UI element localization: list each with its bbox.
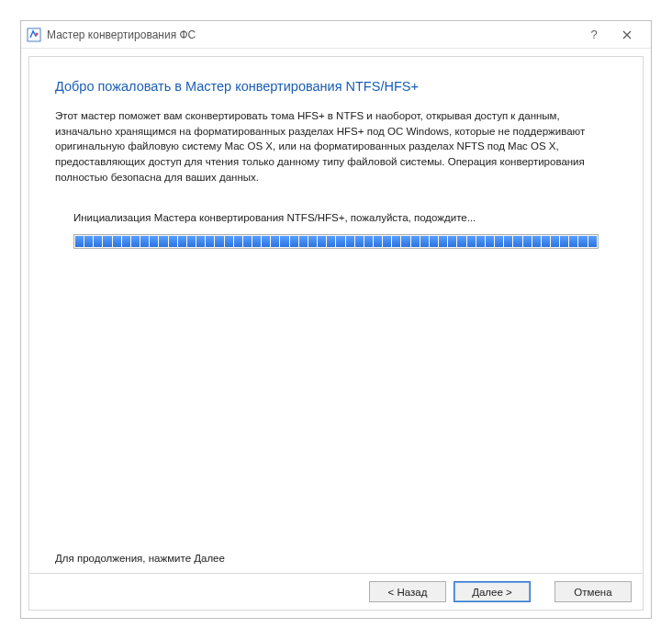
progress-segment	[420, 236, 429, 247]
progress-segment	[225, 236, 233, 247]
progress-segment	[318, 236, 326, 247]
status-text: Инициализация Мастера конвертирования NT…	[73, 212, 617, 223]
progress-segment	[308, 236, 317, 247]
progress-segment	[457, 236, 465, 247]
svg-point-1	[36, 32, 39, 35]
progress-segment	[196, 236, 205, 247]
svg-rect-0	[28, 28, 40, 41]
progress-segment	[430, 236, 438, 247]
progress-segment	[169, 236, 177, 247]
window-title: Мастер конвертирования ФС	[47, 28, 577, 41]
page-description: Этот мастер поможет вам сконвертировать …	[55, 108, 617, 185]
wizard-panel: Добро пожаловать в Мастер конвертировани…	[28, 56, 644, 611]
progress-segment	[355, 236, 364, 247]
button-row: < Назад Далее > Отмена	[29, 573, 643, 610]
back-button[interactable]: < Назад	[369, 581, 446, 602]
progress-segment	[215, 236, 223, 247]
progress-segment	[532, 236, 541, 247]
progress-segment	[94, 236, 102, 247]
progress-segment	[271, 236, 279, 247]
progress-segment	[374, 236, 382, 247]
progress-segment	[159, 236, 167, 247]
progress-segment	[262, 236, 270, 247]
progress-segment	[84, 236, 93, 247]
progress-segment	[383, 236, 391, 247]
app-icon	[27, 28, 41, 42]
progress-segment	[131, 236, 140, 247]
progress-segment	[392, 236, 400, 247]
close-button[interactable]	[610, 22, 644, 48]
progress-segment	[290, 236, 298, 247]
progress-segment	[551, 236, 559, 247]
wizard-window: Мастер конвертирования ФС ? Добро пожало…	[20, 20, 652, 619]
page-heading: Добро пожаловать в Мастер конвертировани…	[55, 79, 617, 94]
cancel-button[interactable]: Отмена	[554, 581, 632, 602]
content-area: Добро пожаловать в Мастер конвертировани…	[29, 57, 643, 553]
progress-segment	[122, 236, 130, 247]
progress-segment	[103, 236, 111, 247]
progress-segment	[588, 236, 597, 247]
progress-segment	[486, 236, 494, 247]
progress-segment	[467, 236, 476, 247]
progress-segment	[140, 236, 149, 247]
progress-segment	[476, 236, 485, 247]
progress-segment	[439, 236, 447, 247]
next-button[interactable]: Далее >	[454, 581, 531, 602]
progress-segment	[206, 236, 214, 247]
progress-segment	[513, 236, 521, 247]
titlebar: Мастер конвертирования ФС ?	[21, 21, 651, 49]
progress-bar	[73, 234, 599, 249]
progress-segment	[299, 236, 308, 247]
progress-segment	[150, 236, 158, 247]
progress-segment	[187, 236, 196, 247]
progress-segment	[113, 236, 121, 247]
progress-segment	[569, 236, 577, 247]
progress-segment	[336, 236, 344, 247]
footer-hint: Для продолжения, нажмите Далее	[29, 553, 643, 573]
progress-segment	[560, 236, 568, 247]
progress-segment	[401, 236, 409, 247]
progress-segment	[523, 236, 532, 247]
progress-segment	[75, 236, 84, 247]
button-spacer	[538, 581, 547, 602]
progress-segment	[448, 236, 456, 247]
progress-segment	[243, 236, 252, 247]
progress-segment	[542, 236, 550, 247]
progress-segment	[234, 236, 242, 247]
progress-segment	[495, 236, 503, 247]
progress-segment	[578, 236, 587, 247]
progress-segment	[504, 236, 512, 247]
progress-segment	[346, 236, 354, 247]
progress-segment	[178, 236, 186, 247]
progress-segment	[252, 236, 261, 247]
progress-segment	[411, 236, 420, 247]
progress-segment	[364, 236, 373, 247]
progress-segment	[280, 236, 288, 247]
help-button[interactable]: ?	[577, 22, 610, 48]
progress-segment	[327, 236, 335, 247]
